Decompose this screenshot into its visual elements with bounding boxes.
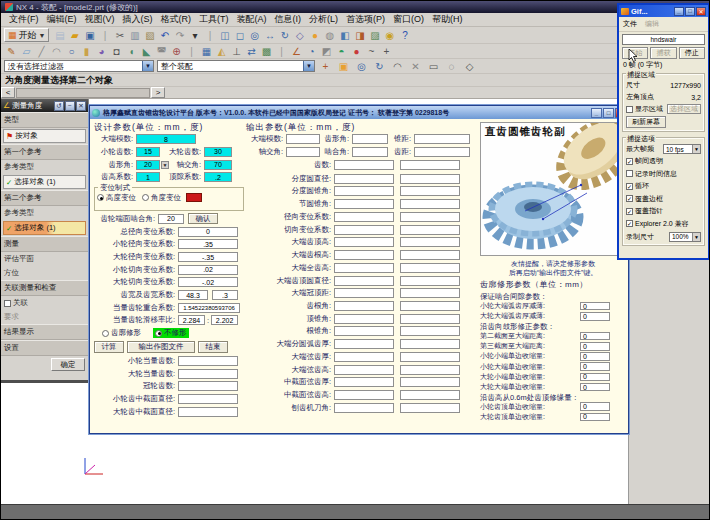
datum-plane-icon[interactable]: ▱ bbox=[19, 45, 34, 58]
selection-filter-combo[interactable]: 没有选择过滤器 ▼ bbox=[4, 60, 154, 72]
chevron-down-icon[interactable]: ▼ bbox=[303, 61, 314, 71]
undo-icon[interactable]: ↶ bbox=[157, 29, 172, 42]
checkbox[interactable] bbox=[626, 106, 633, 113]
toolbar-separator[interactable]: | bbox=[202, 29, 217, 42]
dropdown-arrow-icon[interactable]: ▾ bbox=[187, 29, 202, 42]
chevron-down-icon[interactable]: ▼ bbox=[161, 161, 169, 169]
out-cone-distance-field[interactable] bbox=[414, 134, 470, 144]
output-pinion-field[interactable] bbox=[334, 186, 394, 196]
output-pinion-field[interactable] bbox=[334, 225, 394, 235]
measure-panel-titlebar[interactable]: ∠ 测量角度 ↺ − ✕ bbox=[1, 99, 88, 112]
chevron-down-icon[interactable]: ▼ bbox=[692, 233, 700, 241]
no-mod-highlight[interactable]: 不修形 bbox=[153, 328, 189, 338]
output-gear-field[interactable] bbox=[400, 212, 460, 222]
facewidth-coef-input[interactable]: .3 bbox=[212, 290, 238, 300]
menu-item[interactable]: 格式(R) bbox=[157, 12, 196, 27]
out-teeth-pinion-field[interactable] bbox=[334, 160, 394, 170]
row-input[interactable] bbox=[178, 394, 238, 404]
chamfer-icon[interactable]: ◣ bbox=[139, 45, 154, 58]
help-icon[interactable]: ? bbox=[397, 29, 412, 42]
radio-no-mod[interactable] bbox=[155, 330, 162, 337]
paste-icon[interactable]: ▧ bbox=[142, 29, 157, 42]
checkbox[interactable] bbox=[4, 300, 11, 307]
extrude-icon[interactable]: ▮ bbox=[79, 45, 94, 58]
pan-icon[interactable]: ↔ bbox=[262, 29, 277, 42]
section-second-ref[interactable]: 第二个参考 bbox=[1, 190, 88, 206]
out-teeth-gear-field[interactable] bbox=[400, 160, 460, 170]
coef-input[interactable]: -.02 bbox=[178, 277, 238, 287]
output-gear-field[interactable] bbox=[400, 390, 460, 400]
radio-angle-shift[interactable] bbox=[142, 194, 149, 201]
analysis-icon[interactable]: ◔ bbox=[304, 45, 319, 58]
copy-icon[interactable]: ▥ bbox=[127, 29, 142, 42]
scroll-left-button[interactable]: < bbox=[1, 87, 15, 98]
mod-input[interactable]: 0 bbox=[580, 402, 610, 411]
section-first-ref[interactable]: 第一个参考 bbox=[1, 144, 88, 160]
slide-ratio-input-2[interactable]: 2.202 bbox=[211, 315, 238, 325]
circle-icon[interactable]: ○ bbox=[64, 45, 79, 58]
gif-option-row[interactable]: ✓ Explorer 2.0 兼容 bbox=[626, 219, 701, 229]
eval-plane-row[interactable]: 评估平面 bbox=[1, 252, 88, 266]
blend-icon[interactable]: ◖ bbox=[124, 45, 139, 58]
coef-input[interactable]: .35 bbox=[178, 239, 238, 249]
mate-constraint-icon[interactable]: ⊥ bbox=[229, 45, 244, 58]
boolean-unite-icon[interactable]: ⊕ bbox=[169, 45, 184, 58]
lasso-select-icon[interactable]: ◌ bbox=[444, 60, 459, 73]
scroll-right-button[interactable]: > bbox=[151, 87, 165, 98]
mod-input[interactable]: 0 bbox=[580, 362, 610, 371]
menu-item[interactable]: 帮助(H) bbox=[428, 12, 467, 27]
info-icon[interactable]: ◉ bbox=[382, 29, 397, 42]
toolbar-separator[interactable]: | bbox=[274, 45, 289, 58]
line-icon[interactable]: ╱ bbox=[34, 45, 49, 58]
mod-input[interactable]: 0 bbox=[580, 413, 610, 422]
measure-angle-icon[interactable]: ∠ bbox=[289, 45, 304, 58]
minimize-button[interactable]: − bbox=[65, 101, 75, 111]
checkbox[interactable]: ✓ bbox=[626, 208, 633, 215]
mod-input[interactable]: 0 bbox=[580, 383, 610, 392]
material-icon[interactable]: ◓ bbox=[334, 45, 349, 58]
checkbox[interactable]: ✓ bbox=[626, 195, 633, 202]
stop-record-button[interactable]: 停止 bbox=[679, 47, 705, 59]
redo-icon[interactable]: ↷ bbox=[172, 29, 187, 42]
checkbox[interactable]: ✓ bbox=[626, 220, 633, 227]
radio-profile-mod[interactable] bbox=[102, 330, 109, 337]
shaft-angle-input[interactable]: 70 bbox=[204, 160, 232, 170]
perspective-icon[interactable]: ◇ bbox=[292, 29, 307, 42]
stop-at-intersection-icon[interactable]: ✕ bbox=[408, 60, 423, 73]
close-button[interactable]: ✕ bbox=[696, 7, 706, 16]
overlap-input[interactable]: 1.54522380593706 bbox=[178, 303, 240, 313]
output-pinion-field[interactable] bbox=[334, 174, 394, 184]
out-pitch-field[interactable] bbox=[414, 147, 470, 157]
save-icon[interactable]: ▣ bbox=[82, 29, 97, 42]
mod-input[interactable]: 0 bbox=[580, 302, 610, 311]
output-pinion-field[interactable] bbox=[334, 390, 394, 400]
dialog-titlebar[interactable]: 格厚鑫赋直齿锥齿轮设计平台 版本号：V1.0.0. 本软件已经中国国家版权局登记… bbox=[90, 106, 628, 119]
cut-icon[interactable]: ✂ bbox=[112, 29, 127, 42]
revolve-icon[interactable]: ◕ bbox=[94, 45, 109, 58]
new-file-icon[interactable]: ▤ bbox=[52, 29, 67, 42]
orient-view-icon[interactable]: ◧ bbox=[337, 29, 352, 42]
gif-menu-file[interactable]: 文件 bbox=[623, 19, 637, 29]
section-settings[interactable]: 设置 bbox=[1, 340, 88, 356]
menu-item[interactable]: 信息(I) bbox=[271, 12, 306, 27]
output-gear-field[interactable] bbox=[400, 403, 460, 413]
output-gear-field[interactable] bbox=[400, 186, 460, 196]
menu-item[interactable]: 装配(A) bbox=[233, 12, 271, 27]
output-gear-field[interactable] bbox=[400, 377, 460, 387]
output-gear-field[interactable] bbox=[400, 250, 460, 260]
mod-input[interactable]: 0 bbox=[580, 312, 610, 321]
output-gear-field[interactable] bbox=[400, 225, 460, 235]
output-drawing-button[interactable]: 输出作图文件 bbox=[127, 341, 195, 353]
output-gear-field[interactable] bbox=[400, 237, 460, 247]
out-shaft-angle-field[interactable] bbox=[286, 147, 320, 157]
toolbar-separator[interactable]: | bbox=[184, 45, 199, 58]
output-pinion-field[interactable] bbox=[334, 326, 394, 336]
out-module-field[interactable] bbox=[286, 134, 320, 144]
output-gear-field[interactable] bbox=[400, 301, 460, 311]
fit-view-icon[interactable]: ◻ bbox=[232, 29, 247, 42]
clearance-coef-input[interactable]: .2 bbox=[204, 172, 232, 182]
type-by-object[interactable]: ⚑ 按对象 bbox=[3, 129, 86, 143]
show-region-checkbox-row[interactable]: 显示区域 bbox=[626, 104, 663, 114]
point-icon[interactable]: + bbox=[379, 45, 394, 58]
row-input[interactable] bbox=[178, 369, 238, 379]
